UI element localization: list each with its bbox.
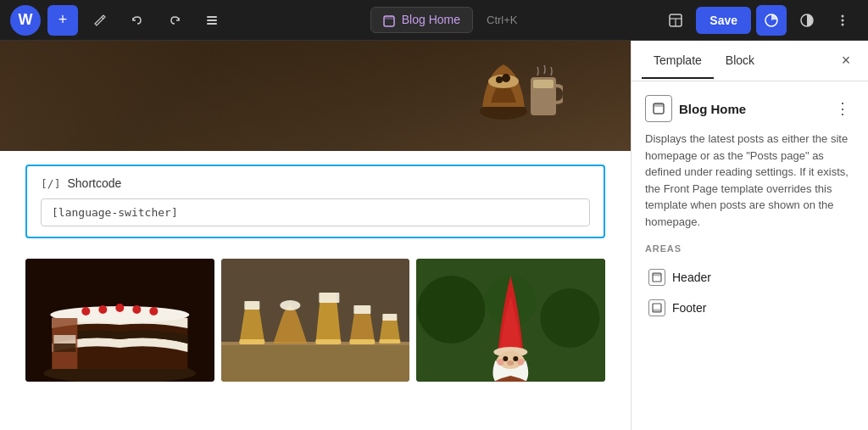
close-icon: × (842, 52, 851, 70)
svg-point-48 (518, 359, 525, 366)
tab-block[interactable]: Block (714, 43, 766, 79)
save-button[interactable]: Save (696, 7, 751, 34)
more-icon (835, 12, 850, 28)
cake-image (25, 259, 214, 382)
template-icon (645, 95, 672, 122)
right-panel: Template Block × Blog Home ⋮ (631, 41, 868, 430)
gallery-item-cake (25, 259, 214, 382)
template-header: Blog Home ⋮ (645, 95, 854, 122)
svg-point-12 (842, 23, 844, 25)
svg-point-41 (541, 288, 600, 348)
toolbar: W + (0, 0, 868, 41)
template-menu-icon: ⋮ (835, 99, 850, 118)
gallery-item-beer (221, 259, 410, 382)
redo-icon (168, 11, 181, 29)
redo-button[interactable] (159, 5, 190, 36)
svg-point-45 (504, 356, 509, 361)
shortcode-block[interactable]: [/] Shortcode (25, 165, 605, 238)
hero-image (0, 41, 631, 151)
area-item-footer[interactable]: Footer (645, 293, 854, 323)
areas-label: AREAS (645, 243, 854, 254)
svg-point-10 (842, 14, 844, 17)
list-view-button[interactable] (197, 5, 227, 36)
gallery-item-gnome (416, 259, 605, 382)
panel-content: Blog Home ⋮ Displays the latest posts as… (632, 81, 868, 430)
svg-point-32 (280, 300, 300, 310)
hero-food-svg (478, 47, 563, 141)
svg-point-15 (496, 76, 503, 83)
main-layout: [/] Shortcode (0, 41, 868, 430)
panel-tabs: Template Block × (632, 41, 868, 81)
view-icon (668, 12, 683, 28)
svg-rect-30 (239, 339, 264, 344)
header-area-icon (648, 269, 665, 286)
area-item-header[interactable]: Header (645, 262, 854, 293)
svg-rect-51 (654, 103, 664, 107)
toolbar-right: Save (660, 5, 858, 36)
svg-point-11 (842, 19, 844, 21)
keyboard-shortcut: Ctrl+K (487, 14, 517, 26)
svg-rect-4 (384, 16, 394, 20)
more-options-button[interactable] (827, 5, 858, 36)
svg-point-40 (418, 276, 486, 343)
svg-rect-0 (207, 16, 217, 18)
wp-logo[interactable]: W (10, 5, 41, 36)
draw-button[interactable] (85, 5, 115, 36)
panel-close-button[interactable]: × (834, 49, 858, 73)
gnome-image (416, 259, 605, 382)
template-svg-icon (653, 103, 665, 114)
svg-rect-53 (653, 273, 661, 276)
header-icon-svg (652, 272, 662, 282)
svg-rect-37 (379, 339, 400, 343)
style-icon (764, 12, 779, 28)
footer-area-icon (648, 299, 665, 316)
site-title-button[interactable]: Blog Home (370, 7, 473, 32)
canvas-bottom-label: Template (7, 408, 62, 427)
site-template-icon (383, 13, 395, 26)
svg-point-16 (502, 74, 510, 82)
shortcode-title: Shortcode (67, 176, 121, 190)
wp-logo-letter: W (19, 11, 33, 29)
svg-rect-28 (221, 343, 410, 382)
svg-rect-34 (319, 293, 339, 303)
view-mode-button[interactable] (660, 5, 691, 36)
svg-rect-36 (353, 305, 370, 314)
shortcode-label: [/] Shortcode (41, 176, 590, 190)
svg-point-49 (508, 360, 515, 366)
svg-rect-31 (244, 301, 259, 310)
svg-rect-33 (315, 339, 341, 344)
tab-template[interactable]: Template (642, 43, 714, 79)
svg-rect-38 (382, 314, 397, 321)
template-title: Blog Home (679, 102, 824, 116)
svg-point-47 (498, 359, 504, 366)
svg-point-22 (81, 307, 90, 316)
svg-point-25 (132, 305, 141, 314)
svg-point-23 (98, 305, 107, 314)
toolbar-center: Blog Home Ctrl+K (234, 7, 654, 32)
save-label: Save (709, 14, 737, 27)
header-area-label: Header (672, 271, 711, 284)
add-icon: + (58, 11, 68, 29)
shortcode-icon: [/] (41, 177, 60, 190)
footer-icon-svg (652, 303, 662, 313)
svg-point-24 (115, 304, 124, 312)
tab-template-label: Template (654, 53, 702, 67)
undo-button[interactable] (122, 5, 153, 36)
svg-rect-2 (207, 23, 217, 25)
add-block-button[interactable]: + (47, 5, 78, 36)
svg-point-26 (149, 307, 158, 316)
contrast-icon (799, 12, 815, 28)
gallery-row (25, 259, 605, 382)
footer-area-label: Footer (672, 301, 706, 315)
template-menu-button[interactable]: ⋮ (831, 97, 854, 120)
list-icon (205, 11, 219, 29)
site-title-text: Blog Home (402, 13, 460, 26)
shortcode-input[interactable] (41, 198, 590, 226)
contrast-button[interactable] (792, 5, 822, 36)
svg-rect-55 (653, 310, 661, 313)
canvas-inner: [/] Shortcode (0, 41, 631, 430)
svg-point-46 (514, 356, 519, 361)
template-description: Displays the latest posts as either the … (645, 131, 854, 230)
svg-rect-1 (207, 20, 217, 21)
style-button[interactable] (756, 5, 787, 36)
